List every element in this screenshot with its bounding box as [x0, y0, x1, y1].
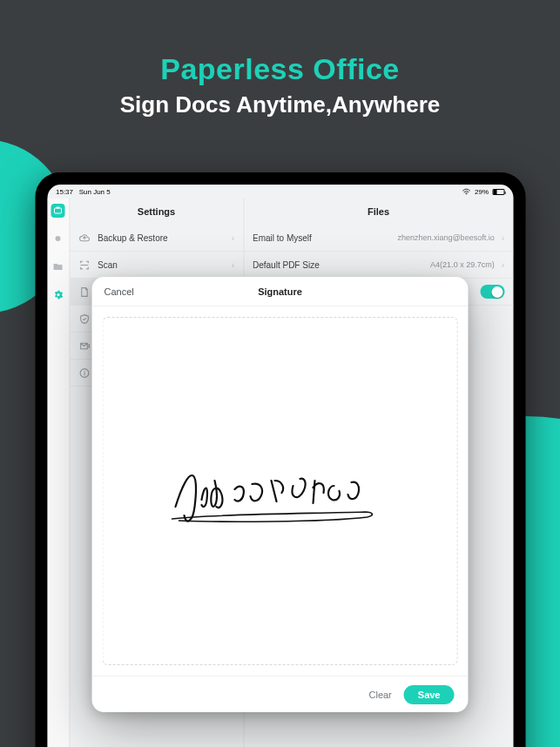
status-date: Sun Jun 5	[79, 188, 111, 196]
shield-icon	[78, 313, 91, 325]
toggle-on[interactable]	[480, 285, 504, 299]
sidebar	[47, 199, 70, 747]
row-label: Backup & Restore	[98, 233, 225, 243]
headline-subtitle: Sign Docs Anytime,Anywhere	[0, 91, 560, 118]
row-pdfsize[interactable]: Default PDF Size A4(21.0 x 29.7cm) ›	[244, 252, 513, 279]
save-button[interactable]: Save	[404, 685, 455, 704]
svg-rect-0	[55, 208, 62, 213]
tablet-screen: 15:37 Sun Jun 5 29%	[47, 185, 513, 747]
signature-canvas[interactable]	[103, 317, 458, 665]
row-label: Email to Myself	[253, 233, 390, 243]
file-icon	[78, 286, 91, 298]
row-value: A4(21.0 x 29.7cm)	[430, 260, 495, 269]
sidebar-folder-icon[interactable]	[51, 259, 65, 273]
svg-point-2	[56, 236, 61, 241]
cloud-icon	[78, 232, 91, 244]
sidebar-settings-icon[interactable]	[51, 287, 65, 301]
row-scan[interactable]: Scan ›	[70, 252, 243, 279]
modal-title: Signature	[258, 286, 302, 297]
chevron-right-icon: ›	[502, 260, 504, 270]
send-icon	[78, 340, 91, 352]
promo-stage: Paperless Office Sign Docs Anytime,Anywh…	[0, 0, 560, 747]
battery-percent: 29%	[475, 188, 489, 196]
svg-rect-1	[57, 207, 60, 209]
chevron-right-icon: ›	[232, 233, 234, 243]
row-email[interactable]: Email to Myself zhenzhen.xiang@beesoft.i…	[244, 225, 513, 252]
cancel-button[interactable]: Cancel	[105, 286, 134, 297]
tablet-device: 15:37 Sun Jun 5 29%	[35, 172, 525, 747]
row-backup[interactable]: Backup & Restore ›	[70, 225, 243, 252]
status-bar: 15:37 Sun Jun 5 29%	[47, 185, 513, 199]
headline-title: Paperless Office	[0, 52, 560, 86]
modal-footer: Clear Save	[92, 676, 469, 712]
row-label: Default PDF Size	[253, 260, 423, 270]
sidebar-dot-icon[interactable]	[51, 232, 65, 246]
row-label: Scan	[98, 260, 225, 270]
battery-icon	[492, 189, 504, 195]
chevron-right-icon: ›	[232, 260, 234, 270]
settings-header: Settings	[70, 199, 243, 225]
wifi-icon	[462, 188, 471, 195]
modal-header: Cancel Signature	[92, 277, 469, 306]
files-header: Files	[244, 199, 513, 225]
row-value: zhenzhen.xiang@beesoft.io	[397, 233, 494, 242]
scan-icon	[78, 259, 91, 271]
status-time: 15:37	[56, 188, 73, 196]
signature-canvas-wrap	[92, 306, 469, 676]
signature-drawing	[150, 439, 411, 543]
info-icon	[78, 367, 91, 379]
signature-modal: Cancel Signature Clear Sav	[92, 277, 469, 712]
headline: Paperless Office Sign Docs Anytime,Anywh…	[0, 52, 560, 118]
app-logo-icon[interactable]	[51, 204, 65, 218]
chevron-right-icon: ›	[502, 233, 504, 243]
clear-button[interactable]: Clear	[369, 690, 392, 700]
